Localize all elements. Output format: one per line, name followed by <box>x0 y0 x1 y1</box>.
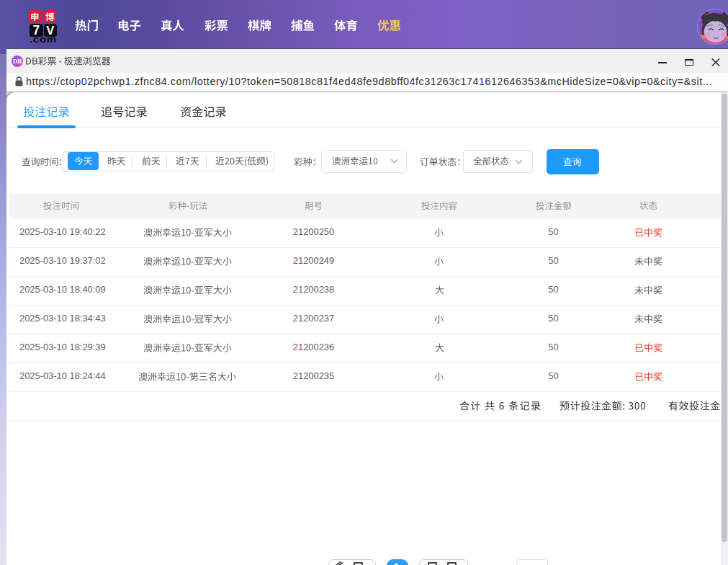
svg-text:DB: DB <box>13 58 22 65</box>
